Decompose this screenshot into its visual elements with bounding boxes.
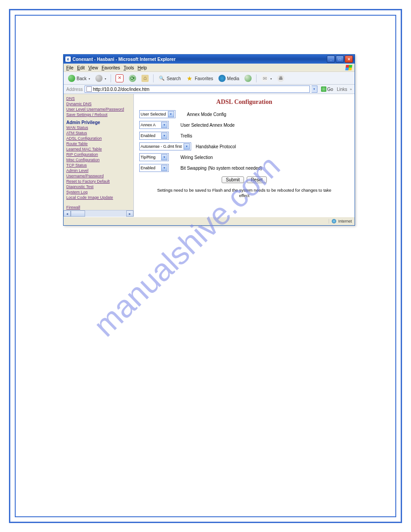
label-bitswap: Bit Swapping (No system reboot needed) <box>180 166 262 171</box>
menu-edit[interactable]: Edit <box>77 65 85 70</box>
select-handshake[interactable]: Autosense - G.dmt first ▼ <box>139 142 191 150</box>
print-button[interactable] <box>275 74 286 83</box>
sidebar-link-dns[interactable]: DNS <box>66 96 131 101</box>
sidebar-link-misc-config[interactable]: Misc Configuration <box>66 157 131 163</box>
sidebar-link-diagnostic[interactable]: Diagnostic Test <box>66 184 131 189</box>
sidebar-link-atm-status[interactable]: ATM Status <box>66 130 131 136</box>
search-label: Search <box>167 76 181 81</box>
menu-view[interactable]: View <box>88 65 98 70</box>
forward-icon <box>95 75 103 82</box>
address-dropdown-button[interactable]: ▾ <box>312 86 317 93</box>
address-input[interactable]: http://10.0.0.2/doc/index.htm <box>85 86 310 93</box>
sidebar: DNS Dynamic DNS User Level Username/Pass… <box>64 94 134 217</box>
label-wiring: Wiring Selection <box>180 155 213 160</box>
back-dropdown-icon: ▾ <box>89 77 90 80</box>
ie-icon: e <box>65 56 71 62</box>
menu-favorites[interactable]: Favorites <box>102 65 120 70</box>
select-value: Annex A <box>141 123 156 127</box>
label-user-annex-mode: User Selected Annex Mode <box>180 123 235 128</box>
home-icon <box>141 75 149 82</box>
media-button[interactable]: Media <box>217 74 241 83</box>
media-icon <box>218 75 226 82</box>
sidebar-link-firewall[interactable]: Firewall <box>66 205 131 210</box>
menu-file[interactable]: File <box>66 65 73 70</box>
sidebar-link-admin-level[interactable]: Admin Level <box>66 168 131 173</box>
favorites-button[interactable]: Favorites <box>184 74 215 83</box>
select-annex-mode-config[interactable]: User Selected ▼ <box>139 110 176 118</box>
links-chevron-icon[interactable]: » <box>349 87 352 91</box>
minimize-button[interactable]: _ <box>327 56 335 63</box>
select-value: Autosense - G.dmt first <box>141 144 182 149</box>
search-button[interactable]: Search <box>156 74 183 83</box>
refresh-button[interactable] <box>127 74 138 83</box>
address-bar: Address http://10.0.0.2/doc/index.htm ▾ … <box>64 85 355 94</box>
select-wiring[interactable]: Tip/Ring ▼ <box>139 153 169 161</box>
sidebar-link-learned-mac[interactable]: Learned MAC Table <box>66 146 131 152</box>
menu-help[interactable]: Help <box>137 65 147 70</box>
maximize-button[interactable]: □ <box>336 56 344 63</box>
sidebar-link-user-level[interactable]: User Level Username/Password <box>66 107 131 112</box>
content-pane: ADSL Configuration User Selected ▼ Annex… <box>134 94 355 217</box>
status-bar: Internet <box>64 217 355 225</box>
chevron-down-icon: ▼ <box>161 133 167 139</box>
submit-button[interactable]: Submit <box>222 176 244 183</box>
stop-icon <box>116 74 124 82</box>
chevron-down-icon: ▼ <box>168 111 174 117</box>
reset-button[interactable]: Reset <box>247 176 266 183</box>
forward-dropdown-icon: ▾ <box>105 77 106 80</box>
scroll-right-button[interactable]: ► <box>126 210 133 217</box>
select-trellis[interactable]: Enabled ▼ <box>139 132 169 140</box>
print-icon <box>277 75 284 82</box>
sidebar-link-tcp-status[interactable]: TCP Status <box>66 163 131 168</box>
sidebar-link-system-log[interactable]: System Log <box>66 189 131 195</box>
back-button[interactable]: Back ▾ <box>66 74 92 83</box>
select-user-annex-mode[interactable]: Annex A ▼ <box>139 121 169 129</box>
refresh-icon <box>129 75 136 82</box>
cfg-row-user-annex-mode: Annex A ▼ User Selected Annex Mode <box>139 121 349 129</box>
scroll-left-button[interactable]: ◄ <box>64 210 71 217</box>
history-button[interactable] <box>243 74 253 83</box>
scroll-thumb[interactable] <box>71 210 85 217</box>
sidebar-heading-admin: Admin Privilege <box>66 120 131 125</box>
close-button[interactable]: ✕ <box>345 56 353 63</box>
home-button[interactable] <box>140 74 150 83</box>
select-value: User Selected <box>141 112 166 116</box>
menu-bar: File Edit View Favorites Tools Help <box>64 64 355 72</box>
sidebar-link-rip-config[interactable]: RIP Configuration <box>66 152 131 157</box>
chevron-down-icon: ▼ <box>161 122 167 128</box>
form-buttons: Submit Reset <box>139 176 349 183</box>
config-table: User Selected ▼ Annex Mode Config Annex … <box>139 110 349 172</box>
label-handshake: Handshake Protocol <box>196 144 236 149</box>
select-value: Tip/Ring <box>141 155 155 159</box>
globe-icon <box>332 219 336 223</box>
media-label: Media <box>227 76 239 81</box>
sidebar-link-adsl-config[interactable]: ADSL Configuration <box>66 136 131 141</box>
go-button[interactable]: Go <box>319 86 335 92</box>
sidebar-link-wan-status[interactable]: WAN Status <box>66 125 131 130</box>
forward-button[interactable]: ▾ <box>94 74 108 83</box>
sidebar-link-save-reboot[interactable]: Save Settings / Reboot <box>66 112 131 117</box>
sidebar-link-code-image[interactable]: Local Code Image Update <box>66 195 131 200</box>
label-trellis: Trellis <box>180 133 192 138</box>
label-annex-mode-config: Annex Mode Config <box>187 112 227 117</box>
back-icon <box>68 75 75 82</box>
stop-button[interactable] <box>114 73 125 83</box>
chevron-down-icon: ▼ <box>161 165 167 171</box>
star-icon <box>186 75 193 82</box>
menu-tools[interactable]: Tools <box>124 65 134 70</box>
links-label[interactable]: Links <box>337 87 347 92</box>
sidebar-hscrollbar[interactable]: ◄ ► <box>64 210 133 217</box>
mail-button[interactable]: ▾ <box>259 74 274 83</box>
favorites-label: Favorites <box>195 76 213 81</box>
sidebar-link-dynamic-dns[interactable]: Dynamic DNS <box>66 101 131 107</box>
window-titlebar[interactable]: e Conexant - Hasbani - Microsoft Interne… <box>64 55 355 64</box>
sidebar-link-username-password[interactable]: Username/Password <box>66 173 131 179</box>
sidebar-link-factory-default[interactable]: Reset to Factory Default <box>66 179 131 184</box>
select-bitswap[interactable]: Enabled ▼ <box>139 164 169 172</box>
cfg-row-bitswap: Enabled ▼ Bit Swapping (No system reboot… <box>139 164 349 172</box>
go-icon <box>321 86 326 92</box>
sidebar-link-route-table[interactable]: Route Table <box>66 141 131 146</box>
cfg-row-handshake: Autosense - G.dmt first ▼ Handshake Prot… <box>139 142 349 150</box>
windows-flag-icon <box>345 65 352 70</box>
window-title: Conexant - Hasbani - Microsoft Internet … <box>73 57 176 62</box>
